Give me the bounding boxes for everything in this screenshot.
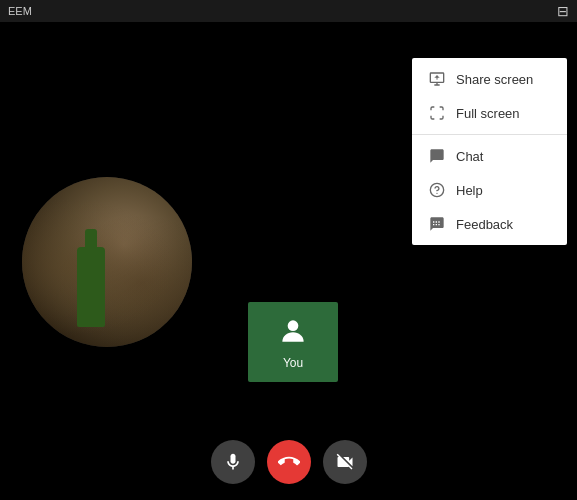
share-screen-label: Share screen: [456, 72, 533, 87]
caller-avatar: [22, 177, 192, 347]
full-screen-label: Full screen: [456, 106, 520, 121]
avatar-bottle: [77, 247, 105, 327]
title-bar: EEM ⊟: [0, 0, 577, 22]
avatar-background: [22, 187, 192, 347]
avatar-image: [22, 177, 192, 347]
bottom-controls: [0, 440, 577, 484]
minimize-icon[interactable]: ⊟: [557, 3, 569, 19]
person-icon: [277, 315, 309, 354]
full-screen-icon: [428, 104, 446, 122]
main-video-area: You Share screen Full screen: [0, 22, 577, 500]
menu-item-share-screen[interactable]: Share screen: [412, 62, 567, 96]
share-screen-icon: [428, 70, 446, 88]
video-off-button[interactable]: [323, 440, 367, 484]
svg-point-0: [288, 320, 299, 331]
menu-item-help[interactable]: Help: [412, 173, 567, 207]
feedback-label: Feedback: [456, 217, 513, 232]
menu-item-chat[interactable]: Chat: [412, 139, 567, 173]
you-tile: You: [248, 302, 338, 382]
app-title: EEM: [8, 5, 32, 17]
context-menu: Share screen Full screen Chat: [412, 58, 567, 245]
menu-item-full-screen[interactable]: Full screen: [412, 96, 567, 130]
you-label: You: [283, 356, 303, 370]
help-icon: [428, 181, 446, 199]
feedback-icon: [428, 215, 446, 233]
chat-label: Chat: [456, 149, 483, 164]
svg-point-3: [436, 193, 437, 194]
help-label: Help: [456, 183, 483, 198]
mic-button[interactable]: [211, 440, 255, 484]
end-call-button[interactable]: [267, 440, 311, 484]
chat-icon: [428, 147, 446, 165]
menu-item-feedback[interactable]: Feedback: [412, 207, 567, 241]
menu-divider-1: [412, 134, 567, 135]
